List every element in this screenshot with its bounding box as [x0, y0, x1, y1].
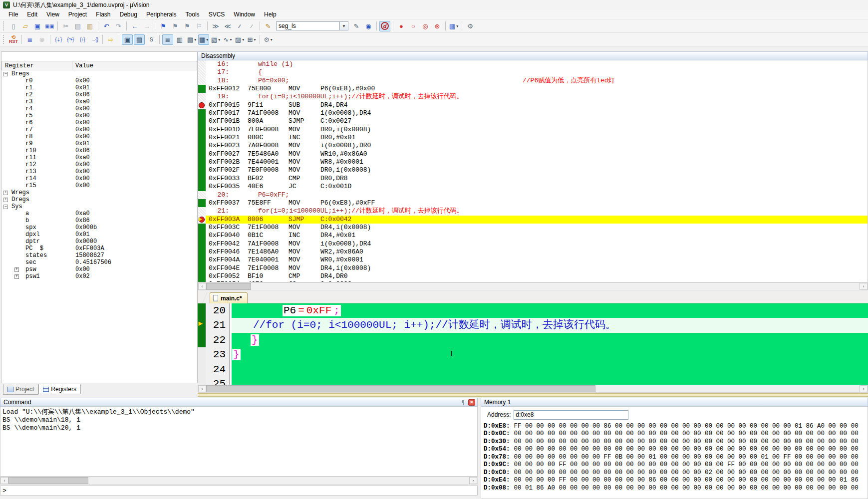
disassembly-row[interactable]: 0xFF00277E5486A0MOVWR10,#0x86A0 [198, 150, 868, 158]
scroll-left-icon[interactable]: ‹ [198, 385, 206, 392]
kill-all-breakpoints-button[interactable]: ⊗ [432, 21, 443, 31]
coverage-gutter[interactable] [198, 142, 206, 150]
find-in-files-button[interactable]: ✎ [263, 21, 274, 31]
register-row[interactable]: r150x00 [1, 182, 197, 189]
disassembly-row[interactable]: 0xFF00177A1F0008MOVi(0x0008),DR4 [198, 109, 868, 117]
coverage-gutter[interactable] [198, 248, 206, 256]
register-row[interactable]: r30xa0 [1, 98, 197, 105]
register-row[interactable]: r60x00 [1, 119, 197, 126]
paste-button[interactable]: ▥ [84, 21, 95, 31]
coverage-gutter[interactable] [198, 117, 206, 125]
coverage-gutter[interactable] [198, 207, 206, 215]
coverage-gutter[interactable] [198, 150, 206, 158]
register-row[interactable]: r90x01 [1, 140, 197, 147]
register-row[interactable]: +Wregs [1, 189, 197, 196]
register-row[interactable]: PC $0xFF003A [1, 245, 197, 252]
toolbar-drag-handle[interactable] [3, 35, 5, 44]
coverage-gutter[interactable] [198, 264, 206, 272]
disassembly-row[interactable]: 21:for(i=0;i<100000UL;i++);//计数延时，调试时，去掉… [198, 207, 868, 215]
menu-edit[interactable]: Edit [22, 10, 42, 19]
memory-row[interactable]: D:0xC0:00 00 00 00 00 00 00 00 00 00 00 … [484, 469, 868, 477]
register-row[interactable]: dpxl0x01 [1, 231, 197, 238]
code-line-text[interactable]: } [232, 347, 868, 362]
close-icon[interactable]: ✕ [468, 399, 475, 406]
chevron-down-icon[interactable]: ▼ [340, 21, 348, 30]
command-window-button[interactable]: ▣ [122, 34, 133, 45]
serial-windows-button[interactable]: ▧▾ [210, 34, 221, 45]
toolbar-drag-handle[interactable] [3, 21, 5, 30]
disassembly-row[interactable]: 0xFF001275E800MOVP6(0xE8),#0x00 [198, 85, 868, 93]
disassembly-row[interactable]: 18:P6=0x00;//P6赋值为低，点亮所有led灯 [198, 77, 868, 85]
scroll-right-icon[interactable]: › [469, 477, 477, 484]
code-line-text[interactable] [232, 377, 868, 385]
editor-coverage-gutter[interactable] [198, 347, 206, 362]
command-output[interactable]: Load "U:\\何宾\\第八集\\example_3_1\\Objects\… [0, 407, 478, 477]
coverage-gutter[interactable] [198, 85, 206, 93]
column-register[interactable]: Register [1, 61, 72, 70]
start-stop-debug-button[interactable]: d [379, 21, 390, 31]
command-horizontal-scrollbar[interactable]: ‹ › [0, 477, 478, 485]
column-value[interactable]: Value [72, 61, 197, 70]
coverage-gutter[interactable] [198, 126, 206, 134]
menu-window[interactable]: Window [229, 10, 260, 19]
coverage-gutter[interactable] [198, 175, 206, 183]
disassembly-horizontal-scrollbar[interactable]: ‹ › [198, 282, 868, 290]
chevron-down-icon[interactable]: ▾ [271, 37, 273, 42]
editor-horizontal-scrollbar[interactable]: ‹ › [198, 385, 868, 393]
insert-bookmark-button[interactable]: ⚑ [158, 21, 169, 31]
find-in-files-dialog-button[interactable]: ✎ [351, 21, 362, 31]
tree-expander-icon[interactable]: + [3, 191, 8, 195]
scroll-right-icon[interactable]: › [860, 283, 868, 290]
redo-button[interactable]: ↷ [113, 21, 124, 31]
search-input[interactable]: seg_ls [276, 21, 340, 30]
code-line-text[interactable]: //for (i=0; i<100000UL; i++);//计数延时，调试时，… [232, 318, 868, 332]
scrollbar-thumb[interactable] [206, 385, 595, 392]
disassembly-row[interactable]: 0xFF001D7E0F0008MOVDR0,i(0x0008) [198, 126, 868, 134]
register-row[interactable]: r110xa0 [1, 154, 197, 161]
memory-row[interactable]: D:0x78:00 00 00 00 00 00 00 00 FF 0B 00 … [484, 454, 868, 461]
chevron-down-icon[interactable]: ▾ [230, 37, 232, 42]
open-file-button[interactable]: ▱ [20, 21, 31, 31]
register-row[interactable]: spx0x000b [1, 224, 197, 231]
cut-button[interactable]: ✂ [60, 21, 71, 31]
editor-line[interactable]: 24 [198, 362, 868, 377]
analysis-windows-button[interactable]: ∿▾ [222, 34, 233, 45]
next-bookmark-button[interactable]: ⚑ [170, 21, 181, 31]
editor-line[interactable]: 22} [198, 333, 868, 347]
disassembly-row[interactable]: 0xFF002B7E440001MOVWR8,#0x0001 [198, 158, 868, 166]
breakpoint-icon[interactable] [199, 102, 205, 108]
menu-flash[interactable]: Flash [91, 10, 115, 19]
save-all-button[interactable]: ▣▣ [44, 21, 55, 31]
code-line-text[interactable]: } [232, 333, 868, 347]
stop-button[interactable]: ⊗ [36, 34, 47, 45]
debug-settings-button[interactable]: ⚙▾ [263, 34, 274, 45]
editor-line[interactable]: 23} [198, 347, 868, 362]
register-row[interactable]: states15808627 [1, 252, 197, 259]
disassembly-view[interactable]: 16:while (1)17:{18:P6=0x00;//P6赋值为低，点亮所有… [198, 60, 868, 282]
disassembly-row[interactable]: 0xFF003C7E1F0008MOVDR4,i(0x0008) [198, 224, 868, 232]
disassembly-row[interactable]: 0xFF00427A1F0008MOVi(0x0008),DR4 [198, 240, 868, 248]
coverage-gutter[interactable] [198, 199, 206, 207]
reset-cpu-button[interactable]: ⟲RST [8, 34, 19, 45]
code-line-text[interactable]: P6=0xFF; [232, 303, 868, 318]
disassembly-row[interactable]: 0xFF004A7E040001MOVWR0,#0x0001 [198, 256, 868, 264]
disassembly-row[interactable]: 0xFF00400B1CINCDR4,#0x01 [198, 232, 868, 240]
scrollbar-track[interactable] [206, 283, 860, 290]
menu-file[interactable]: File [4, 10, 22, 19]
clear-all-bookmarks-button[interactable]: ⚐ [194, 21, 205, 31]
coverage-gutter[interactable] [198, 109, 206, 117]
tree-expander-icon[interactable]: + [14, 267, 19, 272]
navigate-back-button[interactable]: ← [129, 21, 140, 31]
disassembly-row[interactable]: 0xFF0033BF02CMPDR0,DR8 [198, 175, 868, 183]
register-row[interactable]: −Bregs [1, 70, 197, 77]
chevron-down-icon[interactable]: ▾ [242, 37, 244, 42]
register-row[interactable]: r140x00 [1, 175, 197, 182]
coverage-gutter[interactable] [198, 134, 206, 142]
coverage-gutter[interactable] [198, 232, 206, 240]
menu-peripherals[interactable]: Peripherals [142, 10, 181, 19]
uncomment-selection-button[interactable]: ∕ [246, 21, 257, 31]
new-file-button[interactable]: ▯ [8, 21, 19, 31]
disassembly-row[interactable]: 0xFF00210B0CINCDR0,#0x01 [198, 134, 868, 142]
scrollbar-thumb[interactable] [206, 283, 251, 290]
coverage-gutter[interactable] [198, 191, 206, 199]
